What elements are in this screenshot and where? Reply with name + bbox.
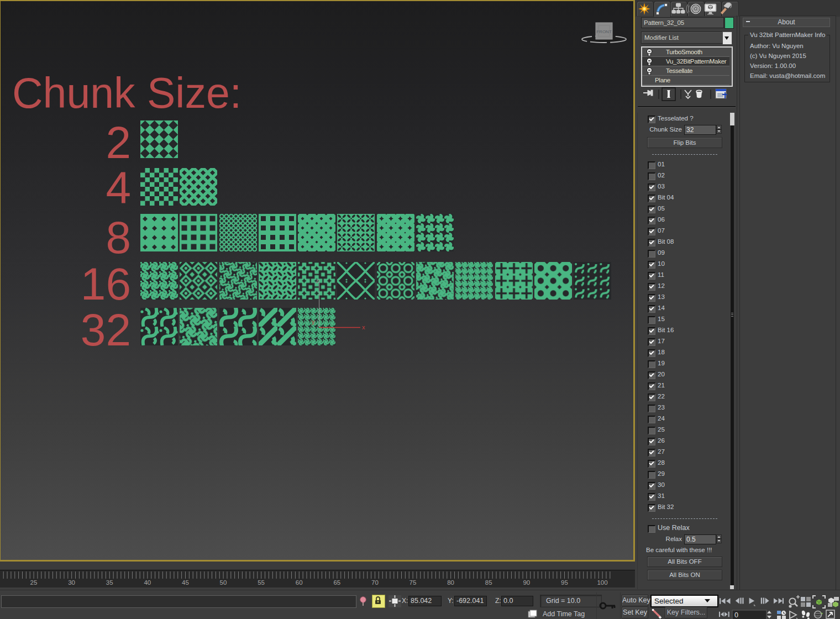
svg-text:40: 40: [144, 579, 151, 586]
svg-text:90: 90: [523, 579, 530, 586]
svg-text:0: 0: [734, 611, 738, 619]
svg-text:65: 65: [333, 579, 340, 586]
svg-text:80: 80: [447, 579, 454, 586]
svg-text:55: 55: [258, 579, 265, 586]
svg-text:FRONT: FRONT: [596, 29, 612, 34]
svg-text:75: 75: [410, 579, 417, 586]
svg-text:70: 70: [371, 579, 379, 586]
svg-text:y: y: [312, 318, 315, 325]
svg-text:30: 30: [68, 579, 75, 586]
svg-text:85: 85: [485, 579, 492, 586]
svg-text:45: 45: [182, 579, 189, 586]
svg-text:100: 100: [597, 579, 607, 586]
svg-text:95: 95: [561, 579, 568, 586]
svg-text:50: 50: [220, 579, 227, 586]
svg-text:35: 35: [106, 579, 113, 586]
svg-text:x: x: [362, 324, 365, 331]
svg-text:z: z: [316, 277, 319, 284]
svg-text:25: 25: [30, 579, 38, 586]
svg-text:60: 60: [296, 579, 303, 586]
